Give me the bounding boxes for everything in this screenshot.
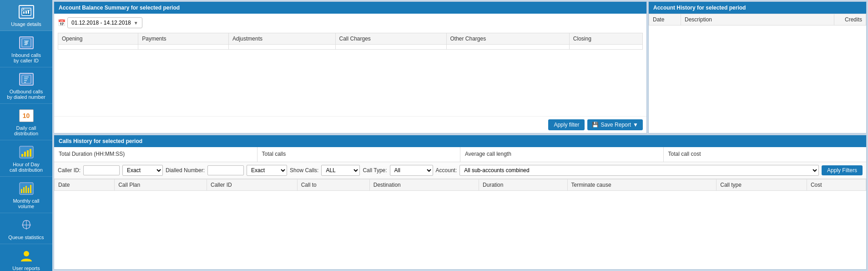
svg-rect-3: [23, 11, 25, 14]
history-col-description: Description: [681, 14, 834, 26]
total-calls-cell: Total calls: [257, 147, 461, 162]
total-duration-label: Total Duration (HH:MM:SS): [59, 151, 252, 157]
usage-icon: [17, 4, 35, 20]
inbound-icon: ≡: [17, 35, 35, 51]
sidebar-item-label-inbound-1: Inbound calls: [11, 52, 41, 58]
account-select[interactable]: All sub-accounts combined: [459, 165, 819, 176]
balance-panel: Account Balance Summary for selected per…: [54, 1, 647, 133]
calls-col-duration: Duration: [479, 179, 568, 191]
balance-col-other-charges: Other Charges: [446, 33, 569, 45]
calls-col-destination: Destination: [369, 179, 479, 191]
balance-panel-footer: Apply filter 💾 Save Report ▼: [54, 116, 646, 133]
svg-rect-25: [28, 188, 29, 193]
sidebar-item-label-monthly-2: volume: [18, 204, 34, 209]
sidebar-item-user-reports[interactable]: User reports: [0, 244, 52, 271]
caller-id-match-select[interactable]: Exact Contains Starts with: [122, 165, 163, 176]
sidebar-item-label-usage: Usage details: [11, 21, 41, 27]
calls-panel-title: Calls History for selected period: [54, 135, 866, 147]
daily-icon: 10: [17, 107, 35, 124]
calls-history-panel: Calls History for selected period Total …: [54, 135, 867, 270]
hourday-icon: [17, 144, 35, 160]
sidebar-item-inbound-calls[interactable]: ≡ Inbound calls by caller ID: [0, 31, 52, 67]
sidebar: Usage details ≡ Inbound calls by caller …: [0, 0, 52, 271]
call-type-select[interactable]: All Standard Conference: [390, 165, 433, 176]
balance-col-payments: Payments: [138, 33, 229, 45]
sidebar-item-hour-of-day[interactable]: Hour of Day call distribution: [0, 140, 52, 177]
calls-col-call-plan: Call Plan: [115, 179, 207, 191]
calendar-icon: 📅: [58, 19, 66, 26]
svg-rect-20: [30, 149, 31, 157]
sidebar-item-label-monthly-1: Monthly call: [13, 198, 39, 204]
svg-rect-19: [27, 150, 29, 157]
history-panel-body: Date Description Credits: [649, 14, 866, 133]
sidebar-item-label-queue: Queue statistics: [8, 235, 44, 240]
date-range-value: 01.12.2018 - 14.12.2018: [71, 20, 131, 26]
apply-filters-button[interactable]: Apply Filters: [822, 165, 863, 175]
balance-table-row: [58, 45, 643, 50]
main-content: Account Balance Summary for selected per…: [52, 0, 868, 271]
svg-rect-17: [21, 154, 23, 157]
svg-rect-23: [23, 187, 25, 193]
calls-col-terminate-cause: Terminate cause: [567, 179, 717, 191]
balance-panel-body: 📅 01.12.2018 - 14.12.2018 ▼ Opening Paym…: [54, 14, 646, 116]
sidebar-item-label-hourday-2: call distribution: [10, 167, 43, 173]
account-history-panel: Account History for selected period Date…: [648, 1, 867, 133]
calls-table: Date Call Plan Caller ID Call to Destina…: [54, 179, 866, 191]
calls-summary-row: Total Duration (HH:MM:SS) Total calls Av…: [54, 147, 866, 162]
sidebar-item-monthly-volume[interactable]: Monthly call volume: [0, 177, 52, 213]
balance-col-call-charges: Call Charges: [335, 33, 446, 45]
total-calls-label: Total calls: [262, 151, 456, 157]
svg-rect-5: [28, 10, 29, 14]
sidebar-item-label-outbound-2: by dialed number: [7, 94, 45, 100]
svg-point-29: [24, 251, 29, 256]
calls-col-call-to: Call to: [297, 179, 369, 191]
sidebar-item-label-inbound-2: by caller ID: [14, 58, 39, 63]
caller-id-label: Caller ID:: [58, 167, 81, 174]
dialled-number-input[interactable]: [207, 165, 244, 175]
chevron-down-icon: ▼: [134, 20, 138, 26]
sidebar-item-label-outbound-1: Outbound calls: [10, 89, 43, 94]
sidebar-item-outbound-calls[interactable]: Outbound calls by dialed number: [0, 67, 52, 104]
sidebar-item-queue-stats[interactable]: Queue statistics: [0, 213, 52, 244]
account-label: Account:: [436, 167, 457, 174]
balance-col-closing: Closing: [569, 33, 642, 45]
svg-rect-18: [24, 152, 26, 157]
calls-col-call-type: Call type: [717, 179, 807, 191]
caller-id-input[interactable]: [83, 165, 120, 175]
avg-call-length-label: Average call length: [465, 151, 659, 157]
calls-table-scroll[interactable]: Date Call Plan Caller ID Call to Destina…: [54, 179, 866, 269]
call-type-label: Call Type:: [363, 167, 387, 174]
save-report-button[interactable]: 💾 Save Report ▼: [587, 119, 643, 130]
save-icon: 💾: [592, 122, 599, 128]
outbound-icon: [17, 71, 35, 87]
history-col-date: Date: [649, 14, 681, 26]
balance-panel-title: Account Balance Summary for selected per…: [54, 2, 646, 14]
queue-icon: [17, 217, 35, 233]
sidebar-item-daily-distribution[interactable]: 10 Daily call distribution: [0, 104, 52, 140]
calls-filter-row: Caller ID: Exact Contains Starts with Di…: [54, 162, 866, 179]
balance-table: Opening Payments Adjustments Call Charge…: [58, 33, 643, 50]
calls-col-cost: Cost: [807, 179, 866, 191]
save-chevron-icon: ▼: [633, 122, 638, 128]
svg-rect-26: [30, 185, 31, 193]
history-panel-title: Account History for selected period: [649, 2, 866, 14]
calls-col-date: Date: [55, 179, 115, 191]
show-calls-select[interactable]: ALL Inbound Outbound: [321, 165, 360, 176]
total-cost-cell: Total call cost: [664, 147, 867, 162]
calls-col-caller-id: Caller ID: [207, 179, 297, 191]
monthly-icon: [17, 180, 35, 197]
sidebar-item-label-daily-1: Daily call: [16, 125, 36, 131]
dialled-match-select[interactable]: Exact Contains Starts with: [247, 165, 287, 176]
total-cost-label: Total call cost: [668, 151, 862, 157]
svg-rect-11: [22, 75, 31, 83]
svg-rect-22: [21, 189, 22, 193]
sidebar-item-label-hourday-1: Hour of Day: [13, 162, 40, 167]
total-duration-cell: Total Duration (HH:MM:SS): [54, 147, 257, 162]
date-select-row: 📅 01.12.2018 - 14.12.2018 ▼: [58, 17, 643, 28]
sidebar-item-label-daily-2: distribution: [14, 131, 38, 136]
history-table: Date Description Credits: [649, 14, 866, 26]
sidebar-item-usage-details[interactable]: Usage details: [0, 0, 52, 31]
user-icon: [17, 248, 35, 264]
date-range-dropdown[interactable]: 01.12.2018 - 14.12.2018 ▼: [67, 17, 142, 28]
apply-filter-button[interactable]: Apply filter: [548, 119, 585, 130]
